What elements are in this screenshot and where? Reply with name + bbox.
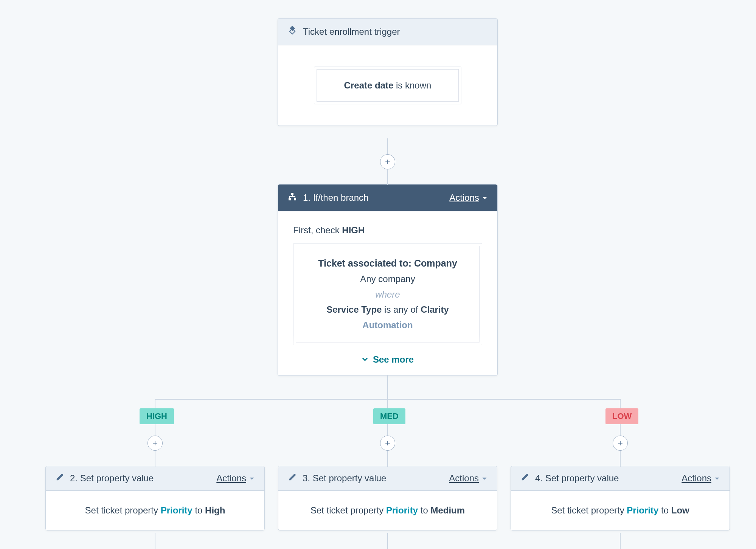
edit-icon <box>56 473 64 484</box>
action-text-mid: to <box>192 505 205 515</box>
action-text-prefix: Set ticket property <box>85 505 161 515</box>
action-card-body: Set ticket property Priority to Low <box>511 491 730 530</box>
caret-down-icon <box>482 192 487 203</box>
actions-label: Actions <box>449 473 479 484</box>
action-property-link[interactable]: Priority <box>161 505 192 515</box>
branch-condition[interactable]: Ticket associated to: Company Any compan… <box>296 246 480 343</box>
branch-label-med[interactable]: MED <box>373 408 405 424</box>
actions-label: Actions <box>216 473 246 484</box>
action-card-med[interactable]: 3. Set property value Actions Set ticket… <box>278 466 497 530</box>
connector-line <box>155 399 621 400</box>
action-title: 3. Set property value <box>303 473 386 484</box>
branch-label-low[interactable]: LOW <box>605 408 638 424</box>
action-value: Medium <box>430 505 465 515</box>
branch-assoc-sub: Any company <box>307 271 468 287</box>
action-actions-menu[interactable]: Actions <box>216 473 255 484</box>
action-value: Low <box>671 505 689 515</box>
workflow-canvas: Ticket enrollment trigger Create date is… <box>0 0 756 549</box>
add-step-button[interactable]: + <box>380 436 395 451</box>
add-step-button[interactable]: + <box>613 436 628 451</box>
actions-label: Actions <box>681 473 711 484</box>
trigger-title: Ticket enrollment trigger <box>303 26 400 37</box>
caret-down-icon <box>482 473 487 484</box>
trigger-card[interactable]: Ticket enrollment trigger Create date is… <box>278 18 498 126</box>
connector-line <box>155 533 155 549</box>
action-actions-menu[interactable]: Actions <box>681 473 720 484</box>
svg-rect-4 <box>294 198 296 200</box>
action-text-mid: to <box>658 505 671 515</box>
connector-line <box>620 533 621 549</box>
branch-cond-op: is any of <box>382 304 421 315</box>
branch-actions-menu[interactable]: Actions <box>449 192 487 203</box>
branch-check-prefix: First, check <box>293 225 342 235</box>
connector-line <box>387 375 388 399</box>
chevron-down-icon <box>362 354 368 365</box>
trigger-icon <box>288 26 297 37</box>
action-card-body: Set ticket property Priority to High <box>46 491 264 530</box>
action-card-header: 3. Set property value Actions <box>278 466 497 491</box>
branch-cond-val: Clarity <box>421 304 449 315</box>
action-value: High <box>205 505 225 515</box>
actions-label: Actions <box>449 192 479 203</box>
branch-icon <box>288 192 297 203</box>
caret-down-icon <box>714 473 720 484</box>
action-title: 4. Set property value <box>535 473 619 484</box>
branch-card-body: First, check HIGH Ticket associated to: … <box>278 211 497 375</box>
branch-card-header: 1. If/then branch Actions <box>278 185 497 211</box>
action-property-link[interactable]: Priority <box>627 505 658 515</box>
branch-step-label: 1. If/then branch <box>303 192 368 203</box>
caret-down-icon <box>249 473 255 484</box>
branch-where-label: where <box>307 287 468 302</box>
edit-icon <box>288 473 297 484</box>
action-card-low[interactable]: 4. Set property value Actions Set ticket… <box>511 466 730 530</box>
svg-rect-3 <box>289 198 291 200</box>
trigger-card-header: Ticket enrollment trigger <box>278 19 497 45</box>
add-step-button[interactable]: + <box>380 154 395 169</box>
branch-label-high[interactable]: HIGH <box>140 408 174 424</box>
branch-condition-wrap: Ticket associated to: Company Any compan… <box>293 243 482 345</box>
add-step-button[interactable]: + <box>147 436 163 451</box>
trigger-condition-wrap: Create date is known <box>314 67 461 104</box>
action-card-high[interactable]: 2. Set property value Actions Set ticket… <box>45 466 265 530</box>
action-card-header: 2. Set property value Actions <box>46 466 264 491</box>
svg-rect-2 <box>291 193 293 195</box>
branch-card[interactable]: 1. If/then branch Actions First, check H… <box>278 184 498 376</box>
branch-cond-prop: Service Type <box>326 304 382 315</box>
action-property-link[interactable]: Priority <box>386 505 418 515</box>
connector-line <box>387 533 388 549</box>
edit-icon <box>521 473 529 484</box>
trigger-condition-property: Create date <box>344 80 394 90</box>
branch-assoc-label: Ticket associated to: Company <box>318 258 457 268</box>
action-card-header: 4. Set property value Actions <box>511 466 730 491</box>
action-text-prefix: Set ticket property <box>310 505 386 515</box>
branch-cond-extra: Automation <box>362 320 413 330</box>
trigger-condition-operator: is known <box>393 80 431 90</box>
see-more-button[interactable]: See more <box>362 354 414 365</box>
trigger-card-body: Create date is known <box>278 45 497 126</box>
branch-check-line: First, check HIGH <box>293 225 482 236</box>
action-title: 2. Set property value <box>70 473 154 484</box>
action-text-prefix: Set ticket property <box>551 505 627 515</box>
trigger-condition[interactable]: Create date is known <box>317 69 459 102</box>
action-card-body: Set ticket property Priority to Medium <box>278 491 497 530</box>
action-text-mid: to <box>418 505 430 515</box>
branch-check-value: HIGH <box>342 225 365 235</box>
see-more-label: See more <box>373 354 414 365</box>
action-actions-menu[interactable]: Actions <box>449 473 487 484</box>
